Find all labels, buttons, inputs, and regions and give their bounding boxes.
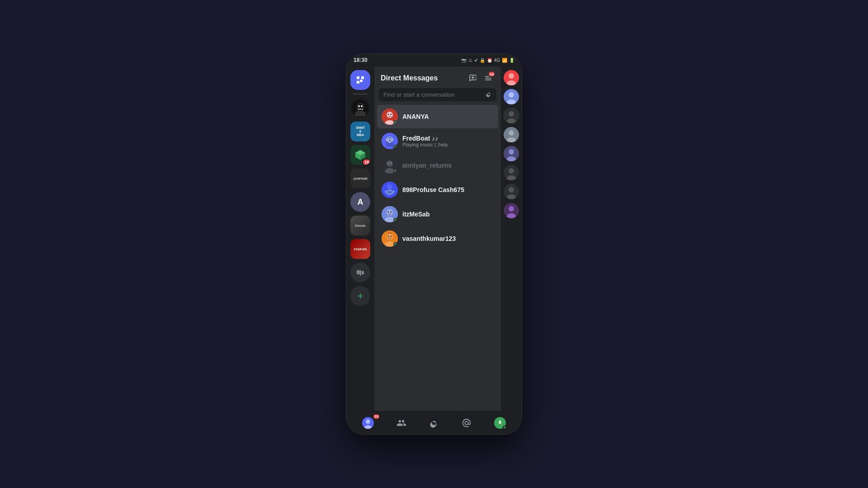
svg-point-13: [388, 114, 389, 115]
vasanthkumar-info: vasanthkumar123: [402, 235, 494, 242]
sidebar-item-chaos[interactable]: CHAOS: [350, 239, 370, 259]
fredboat-status-dot: [393, 145, 398, 149]
898profuse-info: 898Profuse Cash675: [402, 186, 494, 193]
search-bar[interactable]: [379, 88, 496, 101]
itzMeSab-status-dot: [393, 218, 398, 222]
main-layout: GMAT&MBA 19 @HPAIR A: [346, 66, 522, 411]
itzMeSab-name: itzMeSab: [402, 211, 494, 218]
alarm-icon: ⏰: [487, 58, 492, 63]
right-avatar-8[interactable]: [504, 203, 519, 218]
sidebar-item-hpair[interactable]: @HPAIR: [350, 169, 370, 188]
bottom-nav: 19: [346, 411, 522, 434]
server-divider: [353, 94, 368, 94]
svg-point-4: [358, 105, 360, 107]
check-status-icon: ✔: [474, 58, 478, 63]
anniyan-name: anniyan_returns: [402, 162, 494, 169]
898profuse-name: 898Profuse Cash675: [402, 186, 494, 193]
ananya-status-dot: [393, 120, 398, 125]
new-dm-button[interactable]: [467, 72, 479, 84]
svg-point-21: [392, 139, 392, 140]
phone-frame: 18:30 📷 ⚠ ✔ 🔒 ⏰ 4G 📶 🔋: [346, 53, 522, 435]
vasanthkumar-name: vasanthkumar123: [402, 235, 494, 242]
camera-status-icon: 📷: [461, 58, 467, 63]
profile-online-dot: [503, 426, 506, 429]
nav-item-mention[interactable]: [456, 415, 477, 431]
right-avatar-4[interactable]: [504, 127, 519, 142]
sidebar-item-friends[interactable]: friends: [350, 216, 370, 235]
anniyan-info: anniyan_returns: [402, 162, 494, 169]
alert-status-icon: ⚠: [468, 58, 472, 63]
fredboat-name: FredBoat ♪♪: [402, 135, 494, 142]
dm-panel-title: Direct Messages: [381, 74, 438, 82]
svg-point-33: [391, 211, 392, 213]
svg-point-58: [509, 187, 514, 192]
vasanthkumar-status-dot: [393, 242, 398, 247]
add-icon: +: [357, 290, 363, 302]
dm-header: Direct Messages 19: [374, 66, 501, 88]
svg-point-14: [391, 114, 392, 115]
svg-point-26: [391, 163, 392, 164]
sidebar-item-gmat[interactable]: GMAT&MBA: [350, 122, 370, 141]
status-time: 18:30: [354, 57, 368, 63]
dm-item-itzMeSab[interactable]: itzMeSab: [377, 202, 498, 226]
status-bar: 18:30 📷 ⚠ ✔ 🔒 ⏰ 4G 📶 🔋: [346, 54, 522, 66]
dm-item-898profuse[interactable]: 898Profuse Cash675: [377, 178, 498, 202]
right-avatar-1[interactable]: [504, 70, 519, 85]
dm-item-vasanthkumar[interactable]: vasanthkumar123: [377, 227, 498, 250]
nav-item-profile[interactable]: [489, 414, 511, 432]
svg-point-5: [361, 105, 363, 107]
dm-item-fredboat[interactable]: FredBoat ♪♪ Playing music | ;help: [377, 129, 498, 153]
svg-point-52: [509, 149, 514, 155]
server-sidebar: GMAT&MBA 19 @HPAIR A: [346, 66, 374, 411]
status-icons: 📷 ⚠ ✔ 🔒 ⏰ 4G 📶 🔋: [461, 58, 514, 63]
search-input[interactable]: [383, 91, 482, 98]
vasanthkumar-avatar: [382, 230, 398, 247]
gmat-label: GMAT&MBA: [356, 126, 365, 136]
itzMeSab-avatar: [382, 206, 398, 222]
svg-point-49: [509, 130, 514, 136]
sidebar-item-a[interactable]: A: [350, 192, 370, 212]
right-avatar-3[interactable]: [504, 108, 519, 123]
sidebar-item-cube[interactable]: 19: [350, 145, 370, 165]
android-nav-bar: ||| ○ ‹: [346, 434, 522, 435]
right-sidebar: [501, 66, 522, 411]
dm-item-anniyan[interactable]: anniyan_returns: [377, 154, 498, 177]
battery-icon: 🔋: [509, 58, 514, 63]
nav-avatar-badge: 19: [373, 413, 380, 420]
svg-point-55: [509, 168, 514, 174]
a-label: A: [358, 197, 363, 207]
menu-button[interactable]: 19: [482, 72, 495, 84]
svg-point-23: [387, 160, 393, 167]
fredboat-info: FredBoat ♪♪ Playing music | ;help: [402, 135, 494, 147]
cube-badge: 19: [362, 159, 370, 165]
nav-item-avatar[interactable]: 19: [357, 414, 379, 432]
search-icon: [486, 91, 492, 99]
right-avatar-7[interactable]: [504, 184, 519, 199]
ananya-name: ANANYA: [402, 113, 494, 120]
dm-item-ananya[interactable]: ANANYA: [377, 105, 498, 128]
nav-avatar: [362, 417, 374, 429]
right-avatar-2[interactable]: [504, 89, 519, 104]
lock-icon: 🔒: [480, 58, 485, 63]
ananya-info: ANANYA: [402, 113, 494, 120]
nav-item-search[interactable]: [424, 415, 444, 431]
signal-4g: 4G: [494, 58, 500, 63]
itzMeSab-info: itzMeSab: [402, 211, 494, 218]
svg-point-20: [387, 139, 388, 140]
anniyan-avatar: [382, 157, 398, 174]
svg-point-61: [509, 206, 514, 211]
add-server-button[interactable]: +: [350, 286, 370, 306]
nav-item-friends[interactable]: [391, 415, 412, 431]
sidebar-item-ninja[interactable]: [350, 98, 370, 118]
svg-point-40: [509, 73, 514, 79]
svg-point-64: [366, 419, 370, 424]
fredboat-avatar: [382, 133, 398, 149]
0ls-label: 0|s: [357, 269, 364, 276]
right-avatar-5[interactable]: [504, 146, 519, 161]
dm-header-icons: 19: [467, 72, 495, 84]
sidebar-item-home[interactable]: [350, 70, 370, 90]
898profuse-avatar: [382, 182, 398, 198]
menu-badge: 19: [488, 71, 495, 77]
sidebar-item-0ls[interactable]: 0|s: [350, 263, 370, 282]
right-avatar-6[interactable]: [504, 165, 519, 180]
